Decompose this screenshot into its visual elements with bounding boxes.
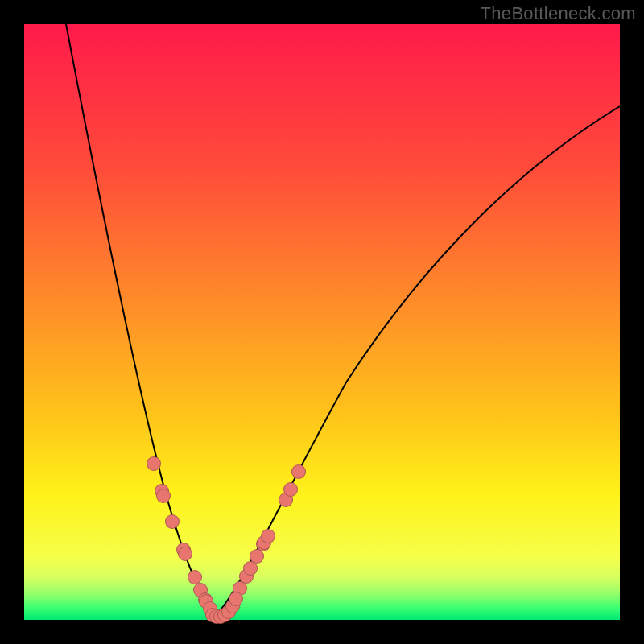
marker-left: [178, 547, 192, 561]
left-curve: [66, 24, 216, 616]
watermark-text: TheBottleneck.com: [481, 3, 636, 24]
chart-frame: TheBottleneck.com: [0, 0, 644, 644]
right-curve: [216, 106, 620, 616]
marker-left: [165, 514, 180, 529]
marker-valley: [229, 592, 243, 606]
plot-area: [24, 24, 620, 620]
marker-right: [291, 464, 306, 479]
marker-right: [261, 529, 275, 543]
marker-left: [147, 456, 161, 471]
marker-left: [156, 489, 171, 503]
curves-svg: [24, 24, 620, 620]
marker-right: [283, 482, 298, 497]
